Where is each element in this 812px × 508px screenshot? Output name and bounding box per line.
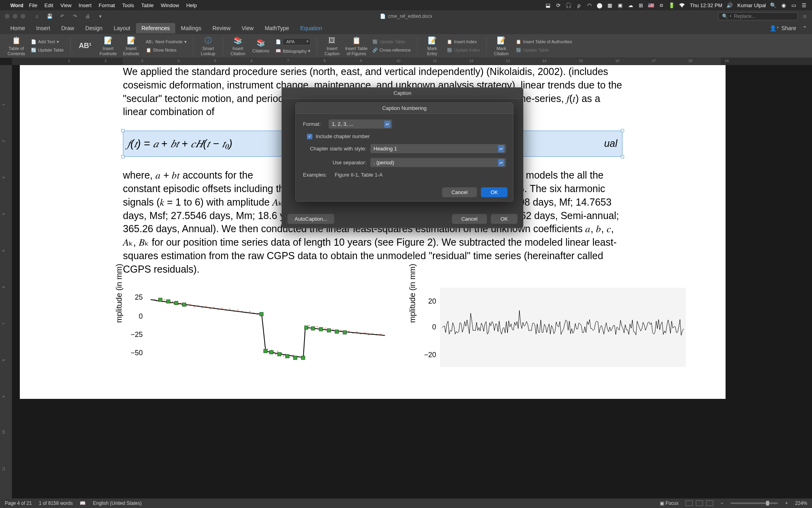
- insert-toa-button[interactable]: 📋Insert Table of Authorities: [514, 38, 573, 45]
- show-notes-button[interactable]: 📋Show Notes: [144, 47, 188, 54]
- caption-ok-button[interactable]: OK: [491, 214, 517, 224]
- insert-endnote-button[interactable]: 📝 Insert Endnote: [121, 36, 141, 56]
- sync-icon[interactable]: ⟳: [555, 2, 561, 8]
- clock[interactable]: Thu 12:32 PM: [690, 2, 722, 8]
- smart-lookup-button[interactable]: ⓘ Smart Lookup: [198, 36, 218, 56]
- close-window-button[interactable]: [5, 14, 10, 19]
- mark-citation-button[interactable]: 📝 Mark Citation: [491, 36, 511, 56]
- vertical-ruler[interactable]: 123456789101112: [0, 65, 12, 498]
- zoom-thumb[interactable]: [766, 501, 769, 506]
- view-web-layout[interactable]: [696, 500, 703, 506]
- menu-file[interactable]: File: [29, 2, 37, 8]
- menu-tools[interactable]: Tools: [122, 2, 134, 8]
- view-outline[interactable]: [706, 500, 713, 506]
- mark-entry-button[interactable]: 📝 Mark Entry: [422, 36, 442, 56]
- include-chapter-row[interactable]: ✓ Include chapter number: [303, 133, 506, 139]
- menu-table[interactable]: Table: [141, 2, 153, 8]
- resize-handle-se[interactable]: [621, 155, 624, 158]
- tab-layout[interactable]: Layout: [108, 23, 136, 33]
- insert-index-button[interactable]: 📋Insert Index: [445, 38, 481, 45]
- page-indicator[interactable]: Page 4 of 21: [5, 500, 32, 506]
- customize-qat-icon[interactable]: ▾: [97, 13, 104, 20]
- app-name[interactable]: Word: [10, 2, 23, 8]
- user-name[interactable]: Kumar Utpal: [737, 2, 766, 8]
- autocaption-button[interactable]: AutoCaption...: [287, 214, 334, 224]
- update-table-button-1[interactable]: 🔄Update Table: [29, 47, 65, 54]
- share-button[interactable]: 👤⁺ Share ⌃: [770, 25, 807, 31]
- separator-select[interactable]: . (period) ▴▾: [370, 158, 506, 167]
- display-icon[interactable]: ▭: [791, 2, 797, 8]
- menu-view[interactable]: View: [60, 2, 71, 8]
- status-icon-2[interactable]: ▦: [607, 2, 613, 8]
- menu-window[interactable]: Window: [161, 2, 179, 8]
- tab-design[interactable]: Design: [80, 23, 108, 33]
- spotlight-icon[interactable]: 🔍: [770, 2, 776, 8]
- language-indicator[interactable]: English (United States): [93, 500, 142, 506]
- app-icon[interactable]: ρ: [576, 2, 582, 8]
- volume-icon[interactable]: 🔊: [726, 2, 733, 8]
- chapter-style-select[interactable]: Heading 1 ▴▾: [370, 144, 506, 153]
- numbering-cancel-button[interactable]: Cancel: [442, 187, 477, 197]
- next-footnote-button[interactable]: AB↓Next Footnote ▾: [144, 38, 188, 45]
- tab-review[interactable]: Review: [207, 23, 236, 33]
- menu-edit[interactable]: Edit: [44, 2, 53, 8]
- footnote-ab-button[interactable]: AB¹: [75, 42, 95, 50]
- bibliography-button[interactable]: 📖Bibliography ▾: [274, 48, 312, 54]
- chart-left[interactable]: mplitude (in mm) 25 0 −25 −50: [123, 284, 400, 375]
- battery-icon[interactable]: 🔋: [668, 2, 675, 8]
- spellcheck-icon[interactable]: 📖: [80, 500, 86, 506]
- notification-center-icon[interactable]: ☰: [801, 2, 807, 8]
- search-replace-box[interactable]: 🔍᠂ Replace...: [718, 12, 798, 20]
- tab-draw[interactable]: Draw: [56, 23, 80, 33]
- insert-caption-button[interactable]: 🖼 Insert Caption: [322, 36, 342, 56]
- view-print-layout[interactable]: [686, 500, 693, 506]
- zoom-window-button[interactable]: [21, 14, 25, 19]
- zoom-level[interactable]: 224%: [795, 500, 807, 506]
- focus-mode-button[interactable]: ▣ Focus: [660, 500, 678, 506]
- status-icon-3[interactable]: ▣: [617, 2, 623, 8]
- redo-icon[interactable]: ↷: [71, 13, 79, 20]
- cloud-icon[interactable]: ☁: [627, 2, 634, 8]
- zoom-in-button[interactable]: +: [785, 500, 788, 506]
- resize-handle-nw[interactable]: [121, 129, 124, 132]
- include-chapter-checkbox[interactable]: ✓: [307, 134, 312, 139]
- word-count[interactable]: 1 of 8158 words: [39, 500, 73, 506]
- menu-format[interactable]: Format: [99, 2, 115, 8]
- feedback-icon[interactable]: ☺: [802, 13, 807, 19]
- citations-button[interactable]: 📚 Citations: [251, 38, 271, 53]
- minimize-window-button[interactable]: [13, 14, 17, 19]
- menu-insert[interactable]: Insert: [79, 2, 92, 8]
- dropbox-icon[interactable]: ⬓: [545, 2, 551, 8]
- print-icon[interactable]: 🖨: [84, 13, 91, 20]
- cross-reference-button[interactable]: 🔗Cross-reference: [371, 47, 412, 54]
- numbering-ok-button[interactable]: OK: [481, 187, 508, 197]
- tab-mathtype[interactable]: MathType: [259, 23, 295, 33]
- hat-icon[interactable]: ◠: [586, 2, 592, 8]
- format-select[interactable]: 1, 2, 3, ... ▴▾: [329, 119, 392, 129]
- toc-button[interactable]: 📋 Table of Contents: [6, 36, 26, 56]
- siri-icon[interactable]: ◉: [780, 2, 787, 8]
- resize-handle-ne[interactable]: [621, 129, 624, 132]
- tab-insert[interactable]: Insert: [31, 23, 56, 33]
- insert-citation-button[interactable]: 📚 Insert Citation: [228, 36, 248, 56]
- zoom-slider[interactable]: [730, 502, 778, 504]
- tab-equation[interactable]: Equation: [295, 23, 327, 33]
- bluetooth-icon[interactable]: ⧈: [658, 2, 665, 8]
- chart-right[interactable]: mplitude (in mm) 20 0 −20: [416, 284, 694, 375]
- insert-footnote-button[interactable]: 📝 Insert Footnote: [98, 36, 118, 56]
- add-text-button[interactable]: 📄Add Text ▾: [29, 38, 65, 45]
- save-icon[interactable]: 💾: [46, 13, 53, 20]
- insert-tof-button[interactable]: 📋 Insert Table of Figures: [345, 36, 368, 56]
- flag-icon[interactable]: 🇺🇸: [648, 2, 654, 8]
- status-icon-4[interactable]: ⊞: [638, 2, 644, 8]
- tab-view[interactable]: View: [236, 23, 259, 33]
- collapse-ribbon-icon[interactable]: ⌃: [802, 25, 807, 31]
- equation-text[interactable]: 𝑓(𝑡) = 𝑎 + 𝑏𝑡 + 𝑐𝐻(𝑡 − 𝑡₀): [127, 138, 232, 150]
- status-icon-1[interactable]: ⬤: [596, 2, 603, 8]
- resize-handle-sw[interactable]: [121, 155, 124, 158]
- tab-home[interactable]: Home: [5, 23, 31, 33]
- zoom-out-button[interactable]: −: [720, 500, 723, 506]
- caption-cancel-button[interactable]: Cancel: [452, 214, 487, 224]
- wifi-icon[interactable]: [679, 2, 685, 8]
- citation-style-dropdown[interactable]: 📄APA: [274, 37, 312, 46]
